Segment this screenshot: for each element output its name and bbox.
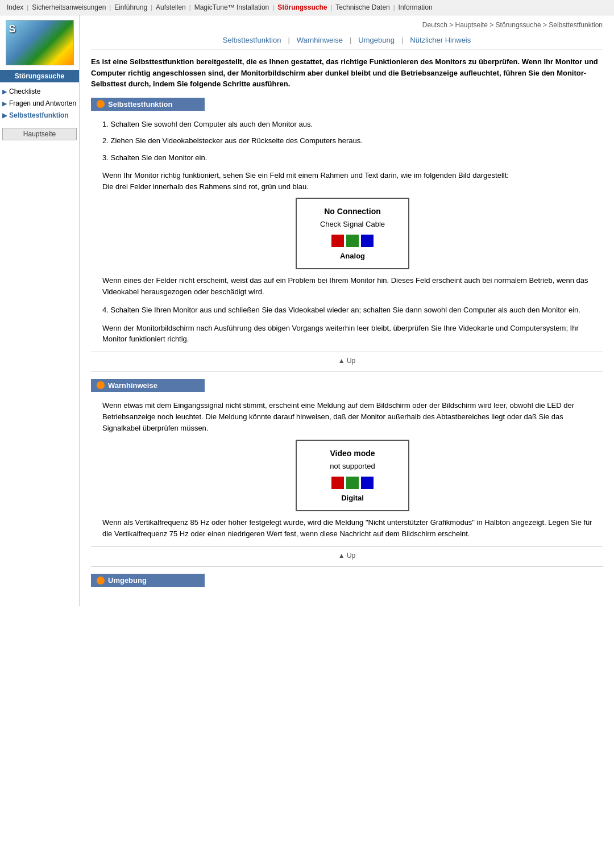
green-square	[346, 235, 359, 247]
logo-letter: S	[9, 23, 16, 35]
up-arrow-1[interactable]: ▲ Up	[338, 357, 356, 365]
sub-nav: Selbsttestfunktion | Warnhinweise | Umge…	[91, 36, 603, 49]
section1-title: Selbsttestfunktion	[108, 100, 172, 108]
step-3: 3. Schalten Sie den Monitor ein.	[102, 152, 603, 164]
red-square	[331, 235, 344, 247]
signal-box-2-title: Video mode	[306, 448, 399, 460]
sidebar-item-label: Selbsttestfunktion	[9, 111, 69, 120]
nav-bar: Index | Sicherheitsanweisungen | Einführ…	[0, 0, 614, 15]
step-2-text: Ziehen Sie den Videokabelstecker aus der…	[110, 136, 362, 145]
section2-circle-icon	[97, 381, 105, 389]
signal-box-1-caption: Wenn eines der Felder nicht erscheint, w…	[102, 275, 603, 298]
main-layout: S Störungssuche ▶ Checkliste ▶ Fragen un…	[0, 15, 614, 606]
step-4-number: 4.	[102, 306, 109, 314]
step-4-text: Schalten Sie Ihren Monitor aus und schli…	[110, 306, 580, 314]
sub-nav-umgebung[interactable]: Umgebung	[356, 36, 397, 44]
sub-nav-selbsttest[interactable]: Selbsttestfunktion	[221, 36, 284, 44]
nav-item-techdata[interactable]: Technische Daten	[333, 2, 392, 12]
signal-box-1-label: Analog	[306, 251, 399, 262]
signal-box-2-subtitle: not supported	[306, 461, 399, 472]
step-1-text: Schalten Sie sowohl den Computer als auc…	[110, 120, 313, 128]
green-square-2	[346, 477, 359, 489]
sidebar-item-selbsttest[interactable]: ▶ Selbsttestfunktion	[2, 110, 77, 122]
nav-item-troubleshoot[interactable]: Störungssuche	[275, 2, 329, 12]
section1-up-link[interactable]: ▲ Up	[91, 352, 603, 365]
divider-2	[91, 566, 603, 567]
up-arrow-2[interactable]: ▲ Up	[338, 552, 356, 560]
section1-header: Selbsttestfunktion	[91, 98, 205, 111]
step-3-text: Schalten Sie den Monitor ein.	[110, 153, 207, 162]
blue-square-2	[361, 477, 374, 489]
signal-box-2-label: Digital	[306, 493, 399, 504]
signal-box-1-subtitle: Check Signal Cable	[306, 219, 399, 230]
step-2: 2. Ziehen Sie den Videokabelstecker aus …	[102, 135, 603, 147]
divider-1	[91, 372, 603, 372]
nav-item-setup[interactable]: Aufstellen	[154, 2, 188, 12]
signal-box-2: Video mode not supported Digital	[296, 440, 409, 511]
color-squares-1	[306, 235, 399, 247]
arrow-icon: ▶	[2, 99, 7, 108]
nav-item-magictune[interactable]: MagicTune™ Installation	[192, 2, 272, 12]
step-4: 4. Schalten Sie Ihren Monitor aus und sc…	[102, 304, 603, 316]
sub-nav-warnhinweise[interactable]: Warnhinweise	[294, 36, 345, 44]
signal-box-1-title: No Connection	[306, 206, 399, 218]
sidebar: S Störungssuche ▶ Checkliste ▶ Fragen un…	[0, 15, 80, 606]
step-1-number: 1.	[102, 120, 109, 128]
blue-square	[361, 235, 374, 247]
section2-header: Warnhinweise	[91, 379, 205, 392]
section2-up-link[interactable]: ▲ Up	[91, 546, 603, 560]
nav-item-index[interactable]: Index	[5, 2, 26, 12]
sidebar-main-link[interactable]: Hauptseite	[2, 128, 77, 140]
content-area: Deutsch > Hauptseite > Störungssuche > S…	[80, 15, 614, 606]
sidebar-item-label: Fragen und Antworten	[9, 99, 76, 108]
sidebar-section-title: Störungssuche	[0, 70, 79, 82]
step-1: 1. Schalten Sie sowohl den Computer als …	[102, 119, 603, 130]
sidebar-item-label: Checkliste	[9, 87, 40, 97]
nav-item-info[interactable]: Information	[396, 2, 435, 12]
signal-box-1: No Connection Check Signal Cable Analog	[296, 198, 409, 269]
red-square-2	[331, 477, 344, 489]
arrow-icon: ▶	[2, 111, 7, 120]
arrow-icon: ▶	[2, 87, 7, 96]
breadcrumb: Deutsch > Hauptseite > Störungssuche > S…	[91, 21, 603, 31]
sidebar-menu: ▶ Checkliste ▶ Fragen und Antworten ▶ Se…	[0, 82, 79, 124]
section1-final-text: Wenn der Monitorbildschirm nach Ausführu…	[102, 323, 603, 345]
section1-circle-icon	[97, 100, 105, 108]
sidebar-item-fragen[interactable]: ▶ Fragen und Antworten	[2, 98, 77, 110]
step-list: 1. Schalten Sie sowohl den Computer als …	[102, 119, 603, 164]
section2-outro: Wenn als Vertikalfrequenz 85 Hz oder höh…	[102, 517, 603, 540]
step-3-number: 3.	[102, 153, 109, 162]
nav-item-safety[interactable]: Sicherheitsanweisungen	[30, 2, 108, 12]
color-squares-2	[306, 477, 399, 489]
sub-nav-hinweis[interactable]: Nützlicher Hinweis	[408, 36, 473, 44]
section2-intro: Wenn etwas mit dem Eingangssignal nicht …	[102, 400, 603, 434]
section3-circle-icon	[97, 577, 105, 585]
section3-header: Umgebung	[91, 574, 205, 587]
sidebar-item-checkliste[interactable]: ▶ Checkliste	[2, 86, 77, 98]
step3-sub-text-para: Wenn Ihr Monitor richtig funktioniert, s…	[102, 170, 603, 192]
section3-title: Umgebung	[108, 576, 147, 585]
section2-title: Warnhinweise	[108, 381, 157, 390]
step-2-number: 2.	[102, 136, 109, 145]
intro-text: Es ist eine Selbsttestfunktion bereitges…	[91, 56, 603, 90]
sidebar-logo: S	[6, 20, 74, 65]
step3-sub-text: Wenn Ihr Monitor richtig funktioniert, s…	[102, 170, 603, 298]
step-4-list: 4. Schalten Sie Ihren Monitor aus und sc…	[102, 304, 603, 316]
section2-content: Wenn etwas mit dem Eingangssignal nicht …	[102, 400, 603, 540]
nav-item-intro[interactable]: Einführung	[112, 2, 150, 12]
section1-final: Wenn der Monitorbildschirm nach Ausführu…	[102, 323, 603, 345]
